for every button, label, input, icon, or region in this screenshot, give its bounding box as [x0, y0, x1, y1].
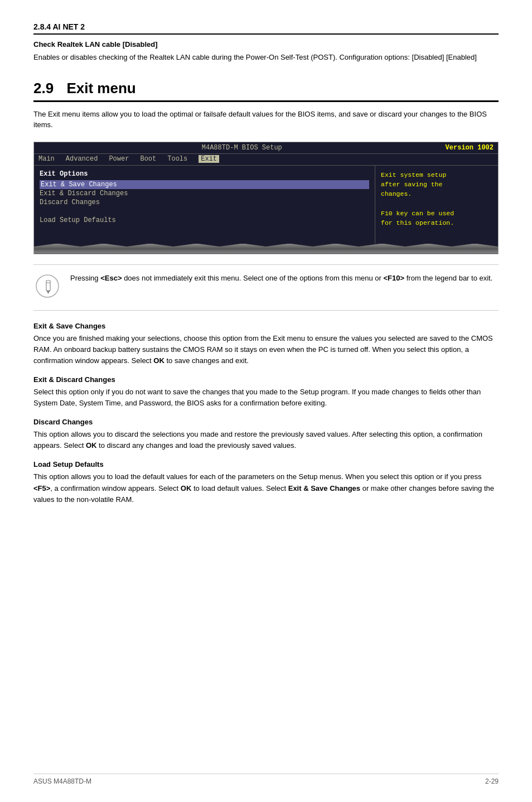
pencil-icon — [33, 274, 61, 302]
bios-item-discard[interactable]: Discard Changes — [40, 198, 369, 207]
bios-nav-tools[interactable]: Tools — [167, 155, 187, 163]
section-29: 2.9 Exit menu The Exit menu items allow … — [33, 80, 499, 131]
section-29-title: 2.9 Exit menu — [33, 80, 499, 102]
svg-marker-2 — [46, 291, 50, 294]
footer-product: ASUS M4A88TD-M — [33, 777, 91, 785]
bios-help-text: Exit system setup after saving the chang… — [381, 170, 492, 228]
bios-nav-main[interactable]: Main — [38, 155, 55, 163]
subsec-exit-discard: Exit & Discard Changes Select this optio… — [33, 375, 499, 409]
bios-body: Exit Options Exit & Save Changes Exit & … — [34, 166, 498, 244]
subsec-discard-changes: Discard Changes This option allows you t… — [33, 418, 499, 451]
subsec-exit-save-body: Once you are finished making your select… — [33, 333, 499, 366]
subsec-discard-title: Discard Changes — [33, 418, 499, 426]
section-29-number: 2.9 — [33, 80, 54, 96]
bios-wave-decoration — [34, 244, 498, 254]
bios-left-panel: Exit Options Exit & Save Changes Exit & … — [34, 166, 375, 244]
bios-right-panel: Exit system setup after saving the chang… — [375, 166, 498, 244]
footer-page: 2-29 — [485, 777, 499, 785]
f10-key: <F10> — [384, 274, 405, 282]
section-284-body: Enables or disables checking of the Real… — [33, 52, 499, 63]
note-text: Pressing <Esc> does not immediately exit… — [70, 273, 492, 284]
page-footer: ASUS M4A88TD-M 2-29 — [33, 774, 499, 785]
subsec-exit-discard-body: Select this option only if you do not wa… — [33, 386, 499, 409]
bios-item-spacer — [40, 207, 369, 216]
bios-nav: Main Advanced Power Boot Tools Exit — [34, 154, 498, 166]
bios-item-load-defaults[interactable]: Load Setup Defaults — [40, 216, 369, 225]
note-box: Pressing <Esc> does not immediately exit… — [33, 264, 499, 311]
subsec-load-defaults-title: Load Setup Defaults — [33, 460, 499, 468]
bios-header-title: M4A88TD-M BIOS Setup — [38, 144, 446, 152]
bios-version: Version 1002 — [446, 144, 494, 152]
bios-item-exit-save[interactable]: Exit & Save Changes — [40, 180, 369, 189]
bios-item-exit-discard[interactable]: Exit & Discard Changes — [40, 189, 369, 198]
subsec-exit-save-title: Exit & Save Changes — [33, 322, 499, 330]
svg-point-0 — [36, 275, 59, 297]
bios-setup-box: M4A88TD-M BIOS Setup Version 1002 Main A… — [33, 142, 499, 254]
bios-nav-exit[interactable]: Exit — [199, 155, 219, 163]
subsec-exit-save: Exit & Save Changes Once you are finishe… — [33, 322, 499, 366]
esc-key: <Esc> — [100, 274, 122, 282]
bios-nav-advanced[interactable]: Advanced — [66, 155, 98, 163]
section-284-title: 2.8.4 AI NET 2 — [33, 22, 499, 35]
section-29-intro: The Exit menu items allow you to load th… — [33, 109, 499, 131]
subsec-load-defaults-body: This option allows you to load the defau… — [33, 471, 499, 505]
section-29-label: Exit menu — [66, 80, 136, 96]
bios-nav-power[interactable]: Power — [109, 155, 129, 163]
svg-rect-1 — [46, 281, 50, 291]
bios-header: M4A88TD-M BIOS Setup Version 1002 — [34, 142, 498, 154]
subsec-discard-body: This option allows you to discard the se… — [33, 429, 499, 451]
section-284: 2.8.4 AI NET 2 Check Realtek LAN cable [… — [33, 22, 499, 63]
bios-nav-boot[interactable]: Boot — [140, 155, 156, 163]
subsec-exit-discard-title: Exit & Discard Changes — [33, 375, 499, 384]
subsec-load-defaults: Load Setup Defaults This option allows y… — [33, 460, 499, 505]
bios-exit-options-title: Exit Options — [40, 170, 369, 178]
check-realtek-heading: Check Realtek LAN cable [Disabled] — [33, 40, 499, 49]
